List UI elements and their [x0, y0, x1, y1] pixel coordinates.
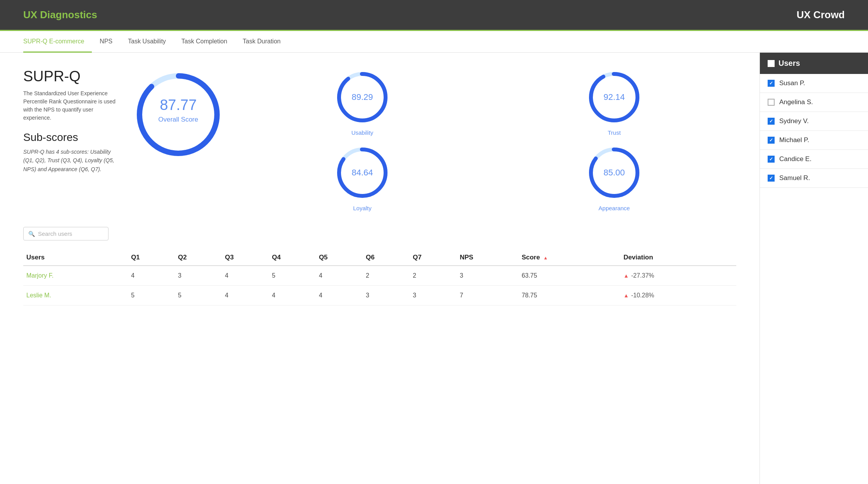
cell-q3: 4 — [222, 266, 269, 286]
cell-q7: 2 — [410, 266, 456, 286]
cell-q4: 5 — [269, 266, 316, 286]
sidebar-item-susan[interactable]: Susan P. — [760, 74, 868, 93]
cell-deviation: ▲ -10.28% — [620, 286, 736, 306]
col-nps: NPS — [456, 250, 518, 266]
deviation-value: -27.37% — [631, 272, 654, 279]
user-name: Marjory F. — [23, 266, 128, 286]
gauge-appearance: 85.00 Appearance — [492, 144, 736, 211]
checkbox-angelina[interactable] — [768, 99, 775, 106]
gauge-appearance-label: Appearance — [599, 205, 630, 211]
cell-q2: 3 — [175, 266, 222, 286]
user-name: Leslie M. — [23, 286, 128, 306]
checkbox-sydney[interactable] — [768, 118, 775, 125]
main-gauge: 87.77 Overall Score — [132, 68, 225, 161]
col-q2: Q2 — [175, 250, 222, 266]
deviation-icon: ▲ — [623, 292, 629, 299]
gauge-usability-label: Usability — [351, 129, 374, 136]
checkbox-candice[interactable] — [768, 156, 775, 163]
data-table: Users Q1 Q2 Q3 Q4 Q5 Q6 Q7 NPS Score ▲ D… — [23, 250, 736, 306]
cell-q6: 3 — [363, 286, 410, 306]
table-row: Marjory F. 4 3 4 5 4 2 2 3 63.75 ▲ -27.3… — [23, 266, 736, 286]
cell-q2: 5 — [175, 286, 222, 306]
top-section: SUPR-Q The Standardized User Experience … — [23, 68, 736, 211]
cell-score: 63.75 — [518, 266, 620, 286]
sort-icon[interactable]: ▲ — [543, 255, 548, 261]
col-q4: Q4 — [269, 250, 316, 266]
gauge-usability: 89.29 Usability — [240, 68, 484, 136]
suprq-desc: The Standardized User Experience Percent… — [23, 89, 116, 122]
checkbox-samuel[interactable] — [768, 175, 775, 182]
sidebar-user-michael: Michael P. — [779, 136, 809, 144]
subscores-title: Sub-scores — [23, 131, 116, 144]
gauge-trust-label: Trust — [608, 129, 621, 136]
cell-nps: 3 — [456, 266, 518, 286]
cell-q1: 5 — [128, 286, 175, 306]
sidebar-item-candice[interactable]: Candice E. — [760, 150, 868, 169]
gauge-trust-svg: 92.14 — [585, 68, 643, 126]
gauge-loyalty-svg: 84.64 — [333, 144, 391, 202]
col-q1: Q1 — [128, 250, 175, 266]
search-input[interactable] — [38, 230, 103, 237]
col-users: Users — [23, 250, 128, 266]
table-header-row: Users Q1 Q2 Q3 Q4 Q5 Q6 Q7 NPS Score ▲ D… — [23, 250, 736, 266]
main-gauge-label: Overall Score — [158, 116, 198, 123]
gauge-appearance-svg: 85.00 — [585, 144, 643, 202]
sidebar-user-samuel: Samuel R. — [779, 174, 810, 182]
cell-q1: 4 — [128, 266, 175, 286]
cell-q7: 3 — [410, 286, 456, 306]
gauge-loyalty: 84.64 Loyalty — [240, 144, 484, 211]
col-q6: Q6 — [363, 250, 410, 266]
app-title: UX Crowd — [797, 9, 845, 21]
cell-q4: 4 — [269, 286, 316, 306]
cell-q5: 4 — [316, 286, 363, 306]
checkbox-michael[interactable] — [768, 137, 775, 144]
tab-suprq-ecommerce[interactable]: SUPR-Q E-commerce — [23, 31, 92, 53]
sidebar-item-samuel[interactable]: Samuel R. — [760, 169, 868, 188]
gauge-usability-svg: 89.29 — [333, 68, 391, 126]
deviation-value: -10.28% — [631, 292, 654, 299]
search-icon: 🔍 — [28, 231, 35, 237]
sidebar-user-sydney: Sydney V. — [779, 117, 809, 125]
svg-text:85.00: 85.00 — [603, 168, 625, 177]
cell-deviation: ▲ -27.37% — [620, 266, 736, 286]
sub-gauges: 89.29 Usability 92.14 Trust — [240, 68, 736, 211]
cell-q3: 4 — [222, 286, 269, 306]
suprq-title: SUPR-Q — [23, 68, 116, 85]
gauge-trust: 92.14 Trust — [492, 68, 736, 136]
cell-q5: 4 — [316, 266, 363, 286]
sidebar-user-susan: Susan P. — [779, 79, 805, 87]
main-gauge-value: 87.77 — [160, 97, 196, 113]
checkbox-susan[interactable] — [768, 80, 775, 87]
app-header: UX Diagnostics UX Crowd — [0, 0, 868, 31]
col-score: Score ▲ — [518, 250, 620, 266]
nav-tabs: SUPR-Q E-commerce NPS Task Usability Tas… — [0, 31, 868, 53]
col-q7: Q7 — [410, 250, 456, 266]
svg-point-1 — [140, 76, 217, 153]
main-layout: SUPR-Q The Standardized User Experience … — [0, 53, 868, 484]
tab-task-usability[interactable]: Task Usability — [120, 31, 174, 53]
search-box[interactable]: 🔍 — [23, 227, 108, 240]
sidebar-user-angelina: Angelina S. — [779, 98, 813, 106]
sidebar-item-angelina[interactable]: Angelina S. — [760, 93, 868, 112]
sidebar: Users Susan P. Angelina S. Sydney V. Mic… — [760, 53, 868, 484]
app-logo: UX Diagnostics — [23, 9, 97, 21]
sidebar-item-michael[interactable]: Michael P. — [760, 131, 868, 150]
svg-text:89.29: 89.29 — [351, 92, 373, 102]
tab-task-duration[interactable]: Task Duration — [235, 31, 288, 53]
suprq-description: SUPR-Q The Standardized User Experience … — [23, 68, 116, 173]
col-q5: Q5 — [316, 250, 363, 266]
tab-task-completion[interactable]: Task Completion — [174, 31, 235, 53]
cell-score: 78.75 — [518, 286, 620, 306]
subscores-desc: SUPR-Q has 4 sub-scores: Usability (Q1, … — [23, 148, 116, 173]
svg-text:84.64: 84.64 — [351, 168, 373, 177]
sidebar-item-sydney[interactable]: Sydney V. — [760, 112, 868, 131]
tab-nps[interactable]: NPS — [92, 31, 120, 53]
sidebar-header-checkbox[interactable] — [768, 60, 775, 67]
cell-nps: 7 — [456, 286, 518, 306]
sidebar-header: Users — [760, 53, 868, 74]
gauge-loyalty-label: Loyalty — [353, 205, 372, 211]
deviation-icon: ▲ — [623, 273, 629, 279]
col-deviation: Deviation — [620, 250, 736, 266]
main-gauge-svg: 87.77 Overall Score — [132, 68, 225, 161]
sidebar-header-label: Users — [778, 59, 800, 68]
